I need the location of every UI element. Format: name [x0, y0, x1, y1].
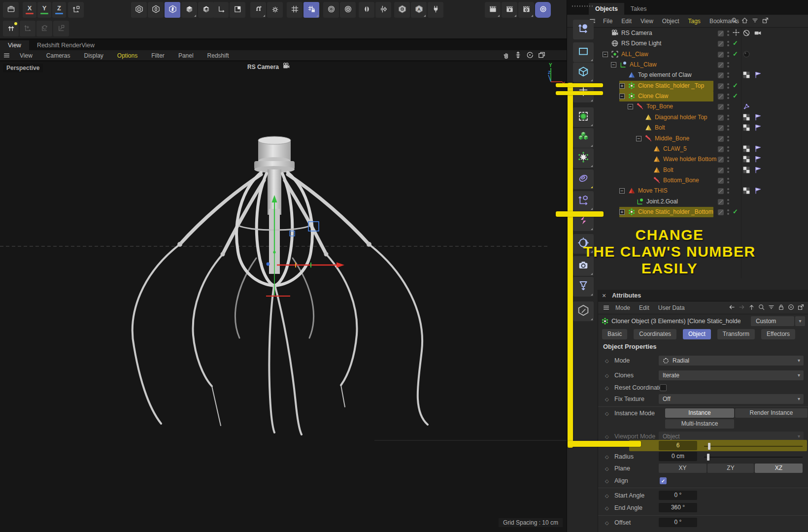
tree-row[interactable]: CLAW_5 — [598, 144, 808, 154]
content-box-button[interactable] — [3, 2, 19, 18]
visibility-dots[interactable] — [727, 146, 729, 152]
sphere-tag-icon[interactable] — [743, 51, 750, 60]
menu-obj-view[interactable]: View — [636, 18, 658, 25]
menu-panel[interactable]: Panel — [171, 52, 201, 59]
visibility-dots[interactable] — [727, 199, 729, 204]
layer-color-icon[interactable] — [717, 51, 724, 60]
visibility-dots[interactable] — [727, 157, 729, 162]
expand-toggle[interactable]: − — [636, 136, 641, 141]
up-icon[interactable] — [748, 303, 755, 313]
tree-row[interactable]: Joint.2.Goal — [598, 197, 808, 207]
ik-tag-icon[interactable] — [743, 103, 750, 112]
visibility-dots[interactable] — [727, 188, 729, 194]
preset-dropdown[interactable]: Custom — [751, 316, 794, 326]
tree-row[interactable]: Bolt — [598, 123, 808, 133]
snap-gear-button[interactable] — [573, 148, 594, 168]
menu-object[interactable]: Object — [658, 18, 684, 25]
layer-color-icon[interactable] — [717, 83, 724, 92]
radius-slider[interactable] — [704, 457, 803, 458]
layer-color-icon[interactable] — [717, 30, 724, 39]
forward-icon[interactable] — [738, 303, 745, 313]
end-angle-input[interactable]: 360 ° — [659, 503, 697, 512]
edit-mode-button[interactable] — [573, 301, 594, 321]
attributes-menu-icon[interactable] — [601, 304, 611, 311]
pan-hand-icon[interactable] — [502, 51, 510, 61]
layer-color-icon[interactable] — [717, 146, 724, 155]
tab-transform[interactable]: Transform — [717, 329, 755, 339]
polygons-mode-button[interactable] — [573, 128, 594, 148]
rect-selection-button[interactable] — [573, 42, 594, 62]
rotate-disabled-button[interactable] — [36, 21, 52, 36]
layer-color-icon[interactable] — [717, 72, 724, 81]
ring-select-button[interactable] — [573, 169, 594, 189]
grid-button[interactable] — [287, 2, 303, 18]
active-camera-selector[interactable]: RS Camera — [247, 63, 290, 71]
visibility-dots[interactable] — [727, 83, 729, 89]
expand-toggle[interactable]: − — [611, 62, 616, 67]
offset-input[interactable]: 0 ° — [659, 518, 697, 527]
layer-color-icon[interactable] — [717, 114, 724, 123]
hex-material-button[interactable]: A — [411, 2, 427, 18]
back-icon[interactable] — [728, 303, 736, 313]
expand-toggle[interactable]: + — [619, 83, 625, 89]
record-icon[interactable] — [787, 303, 795, 313]
plane-xz-button[interactable]: XZ — [755, 464, 803, 473]
tree-row[interactable]: −Move THIS — [598, 186, 808, 196]
tab-object[interactable]: Object — [683, 329, 711, 339]
layer-color-icon[interactable] — [717, 167, 724, 176]
lock-icon[interactable] — [777, 303, 785, 313]
expand-toggle[interactable]: − — [628, 104, 633, 109]
layer-color-icon[interactable] — [717, 125, 724, 133]
tab-basic[interactable]: Basic — [602, 329, 627, 339]
hex-ring-button[interactable] — [148, 2, 164, 18]
move-disabled-button[interactable] — [20, 21, 35, 36]
checker-tag-icon[interactable] — [743, 114, 750, 123]
visibility-dots[interactable] — [727, 41, 729, 46]
visibility-dots[interactable] — [727, 31, 729, 36]
menu-attr-edit[interactable]: Edit — [635, 304, 654, 311]
tree-row[interactable]: −ALL_Claw — [598, 60, 808, 70]
render-instance-button[interactable]: Render Instance — [735, 408, 808, 418]
x-axis-lock-button[interactable]: X — [23, 2, 36, 18]
hex-sphere-button[interactable] — [131, 2, 147, 18]
tree-row[interactable]: Bolt — [598, 165, 808, 175]
checker-tag-icon[interactable] — [743, 145, 750, 154]
snap-settings-button[interactable] — [267, 2, 283, 18]
grid-lock-button[interactable] — [303, 2, 319, 18]
mode-dropdown[interactable]: Radial▾ — [659, 356, 804, 366]
layer-color-icon[interactable] — [717, 188, 724, 197]
tab-effectors[interactable]: Effectors — [761, 329, 795, 339]
enabled-check-icon[interactable]: ✓ — [733, 39, 738, 47]
panel-grip[interactable] — [572, 5, 594, 7]
corner-axis-button[interactable] — [213, 2, 229, 18]
tree-row[interactable]: −Middle_Bone — [598, 133, 808, 144]
tab-objects[interactable]: Objects — [589, 3, 624, 15]
tree-row[interactable]: Diagonal holder Top — [598, 112, 808, 123]
search-icon[interactable] — [758, 303, 765, 313]
live-selection-button[interactable] — [573, 20, 594, 39]
tree-row[interactable]: +Clone Static_holder _Bottom✓ — [598, 207, 808, 217]
tree-row[interactable]: −Top_Bone — [598, 101, 808, 112]
tab-view[interactable]: View — [0, 40, 29, 50]
flag-tag-icon[interactable] — [754, 71, 761, 80]
menu-file[interactable]: File — [599, 18, 617, 25]
corner-square-button[interactable] — [230, 2, 245, 18]
popout-icon[interactable] — [762, 17, 769, 26]
hex-plane-button[interactable] — [165, 2, 180, 18]
expand-toggle[interactable]: + — [619, 209, 625, 215]
prohibit-tag-icon[interactable] — [743, 30, 750, 38]
tree-row[interactable]: +Clone Static_holder _Top✓ — [598, 81, 808, 91]
enabled-check-icon[interactable]: ✓ — [733, 92, 738, 100]
flag-tag-icon[interactable] — [754, 124, 761, 133]
target-icon[interactable] — [733, 29, 740, 38]
start-angle-input[interactable]: 0 ° — [659, 491, 697, 500]
fix-texture-dropdown[interactable]: Off▾ — [659, 394, 804, 404]
maximize-icon[interactable] — [538, 51, 546, 61]
layer-color-icon[interactable] — [717, 135, 724, 144]
search-icon[interactable] — [731, 17, 738, 26]
filter-icon[interactable] — [768, 303, 775, 313]
visibility-dots[interactable] — [727, 209, 729, 215]
visibility-dots[interactable] — [727, 136, 729, 141]
menu-view[interactable]: View — [13, 52, 39, 59]
home-icon[interactable] — [741, 17, 748, 26]
